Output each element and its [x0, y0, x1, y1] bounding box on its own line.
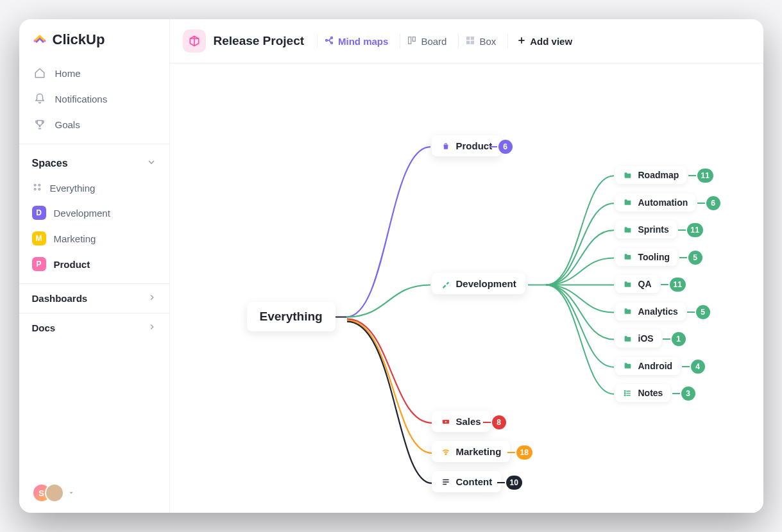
svg-point-2 [34, 188, 36, 190]
node-dev-child[interactable]: Android [615, 357, 681, 375]
node-dev-child[interactable]: QA [615, 275, 659, 293]
link-dashboards[interactable]: Dashboards [19, 283, 169, 313]
clickup-logo-icon [32, 31, 47, 49]
view-tab-label: Box [479, 36, 496, 47]
node-content[interactable]: Content [432, 471, 502, 492]
count-badge: 11 [687, 223, 703, 237]
svg-rect-8 [413, 37, 416, 41]
mindmap-icon [324, 35, 334, 47]
node-label: Product [456, 140, 493, 151]
count-badge: 4 [691, 360, 705, 374]
node-dev-child[interactable]: Notes [615, 384, 671, 402]
count-badge: 5 [688, 251, 702, 265]
count-badge: 8 [492, 415, 506, 429]
node-label: Sprints [638, 224, 669, 235]
count-badge: 6 [498, 140, 513, 154]
divider [19, 144, 169, 144]
brand-row[interactable]: ClickUp [19, 19, 169, 58]
plus-icon [517, 36, 526, 47]
add-view-button[interactable]: Add view [507, 34, 572, 48]
spaces-header[interactable]: Spaces [19, 148, 169, 176]
connector-tick [507, 452, 515, 453]
link-docs[interactable]: Docs [19, 313, 169, 342]
wifi-icon [441, 447, 451, 457]
count-badge: 5 [696, 305, 710, 319]
view-tab-box[interactable]: Box [458, 34, 502, 48]
nav-goals[interactable]: Goals [19, 112, 169, 137]
node-dev-child[interactable]: Automation [615, 194, 696, 212]
node-sales[interactable]: Sales [432, 411, 490, 432]
count-badge: 1 [672, 332, 686, 346]
folder-icon [623, 279, 633, 289]
svg-point-16 [624, 390, 625, 392]
view-tab-mindmaps[interactable]: Mind maps [317, 34, 395, 48]
node-dev-child[interactable]: Sprints [615, 220, 677, 238]
nav-home-label: Home [55, 68, 81, 79]
count-badge: 18 [516, 445, 532, 460]
count-badge: 6 [706, 196, 720, 210]
view-tab-board[interactable]: Board [400, 34, 453, 48]
space-marketing[interactable]: M Marketing [19, 226, 169, 251]
node-label: Everything [260, 310, 323, 324]
svg-point-0 [34, 184, 36, 186]
caret-down-icon[interactable] [68, 487, 74, 499]
topbar: Release Project Mind maps Board Box [170, 19, 763, 63]
chevron-right-icon [148, 293, 157, 304]
nav-notifications[interactable]: Notifications [19, 86, 169, 112]
node-marketing[interactable]: Marketing [432, 441, 511, 462]
node-label: Development [456, 278, 516, 289]
chevron-down-icon [146, 157, 157, 170]
svg-rect-12 [471, 40, 474, 44]
node-root[interactable]: Everything [247, 302, 336, 331]
add-view-label: Add view [530, 36, 572, 47]
svg-point-3 [38, 188, 40, 190]
connector-tick [661, 284, 668, 285]
sidebar: ClickUp Home Notifications Goals [19, 19, 170, 513]
connector-tick [483, 422, 491, 423]
node-dev-child[interactable]: Analytics [615, 303, 686, 320]
user-avatars[interactable]: S [32, 483, 74, 503]
connector-tick [679, 257, 687, 258]
svg-rect-10 [471, 37, 474, 40]
nav-notifications-label: Notifications [55, 94, 108, 104]
project-badge[interactable] [183, 29, 206, 53]
space-development[interactable]: D Development [19, 200, 169, 226]
folder-icon [623, 361, 633, 371]
space-badge-dev: D [32, 206, 46, 220]
node-label: Notes [638, 388, 663, 398]
folder-icon [623, 197, 633, 208]
app-window: ClickUp Home Notifications Goals [19, 19, 763, 513]
node-label: iOS [638, 333, 654, 344]
node-label: Automation [638, 197, 688, 208]
connector-tick [663, 338, 670, 340]
bell-icon [33, 92, 46, 105]
lines-icon [441, 477, 451, 487]
connector-tick [678, 229, 686, 231]
connector-tick [688, 175, 696, 176]
node-dev-child[interactable]: Tooling [615, 248, 678, 266]
node-label: Roadmap [638, 170, 679, 180]
connector-tick [682, 366, 690, 367]
space-product[interactable]: P Product [19, 251, 169, 277]
svg-rect-7 [409, 37, 411, 44]
folder-icon [623, 224, 633, 235]
board-icon [407, 35, 417, 47]
spaces-header-label: Spaces [32, 158, 68, 169]
node-dev-child[interactable]: iOS [615, 329, 661, 347]
nav-goals-label: Goals [55, 119, 80, 130]
mindmap-canvas[interactable]: Everything Product 6 Development Sales 8 [170, 63, 763, 513]
svg-rect-9 [466, 37, 470, 40]
bag-icon [441, 141, 451, 151]
svg-point-18 [624, 394, 625, 395]
node-development[interactable]: Development [432, 273, 525, 294]
node-label: Content [456, 476, 493, 487]
space-label: Product [54, 259, 90, 270]
box-icon [465, 35, 475, 47]
folder-icon [623, 170, 633, 180]
grid-dots-icon [32, 182, 42, 194]
avatar[interactable] [45, 483, 64, 503]
node-dev-child[interactable]: Roadmap [615, 166, 687, 184]
count-badge: 3 [681, 387, 695, 401]
nav-home[interactable]: Home [19, 60, 169, 86]
space-everything[interactable]: Everything [19, 176, 169, 200]
